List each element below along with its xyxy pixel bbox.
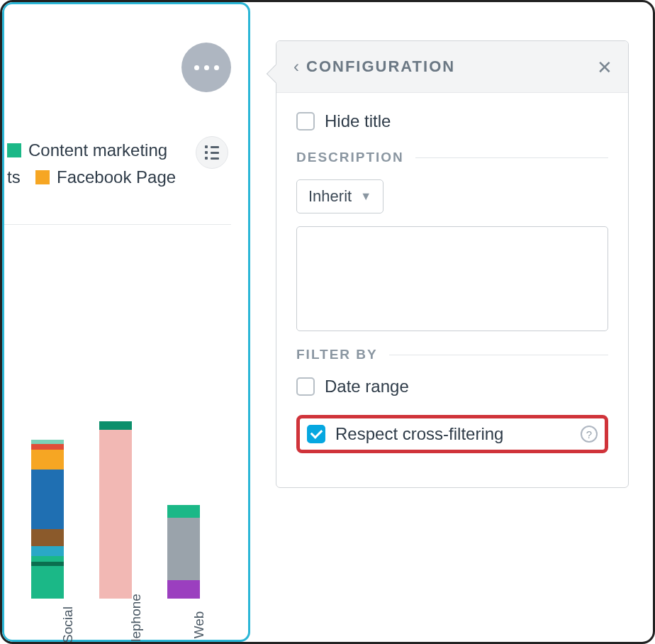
description-section: DESCRIPTION Inherit ▼: [296, 150, 608, 334]
app-frame: Content marketing ts Facebook Page Socia…: [0, 0, 655, 644]
list-icon: [205, 145, 219, 160]
dot-icon: [214, 65, 219, 70]
configuration-panel: ‹ CONFIGURATION ✕ Hide title DESCRIPTION…: [276, 40, 629, 488]
panel-header: ‹ CONFIGURATION ✕: [276, 41, 628, 93]
checkbox-icon[interactable]: [296, 377, 315, 396]
panel-body: Hide title DESCRIPTION Inherit ▼ FILTER …: [276, 93, 628, 487]
chart-legend: Content marketing ts Facebook Page: [7, 140, 176, 187]
bar-segment: [167, 505, 200, 518]
legend-toggle-button[interactable]: [196, 136, 228, 169]
chart-widget-card[interactable]: Content marketing ts Facebook Page Socia…: [2, 2, 250, 642]
close-icon[interactable]: ✕: [597, 57, 612, 79]
legend-item[interactable]: ts Facebook Page: [7, 167, 176, 187]
bar-segment: [31, 450, 64, 470]
divider: [389, 355, 608, 355]
legend-label: Facebook Page: [57, 167, 176, 187]
dot-icon: [194, 65, 199, 70]
checkbox-icon[interactable]: [296, 112, 315, 131]
description-mode-select[interactable]: Inherit ▼: [296, 179, 384, 213]
x-axis-label: Social: [60, 606, 76, 643]
bar-segment: [31, 444, 64, 450]
respect-cross-filtering-highlight: Respect cross-filtering ?: [296, 415, 608, 453]
section-title: FILTER BY: [296, 347, 378, 362]
divider: [415, 157, 608, 158]
legend-item[interactable]: Content marketing: [7, 140, 176, 160]
x-axis-labels: Social Telephone Web: [28, 526, 241, 633]
filter-by-section: FILTER BY Date range Respect cross-filte…: [296, 347, 608, 453]
description-textarea[interactable]: [296, 226, 608, 331]
bar-segment: [31, 470, 64, 529]
bar-segment: [99, 421, 132, 430]
legend-swatch-icon: [7, 143, 21, 157]
help-icon[interactable]: ?: [581, 426, 598, 443]
checkbox-label: Respect cross-filtering: [335, 424, 503, 444]
date-range-option[interactable]: Date range: [296, 377, 608, 396]
select-value: Inherit: [308, 187, 352, 206]
checkbox-label: Hide title: [325, 111, 391, 131]
section-title: DESCRIPTION: [296, 150, 404, 165]
chevron-down-icon: ▼: [360, 190, 371, 203]
back-chevron-icon[interactable]: ‹: [293, 57, 299, 77]
checkbox-label: Date range: [325, 377, 409, 396]
x-axis-label: Telephone: [128, 594, 144, 644]
legend-swatch-icon: [35, 170, 50, 184]
divider: [4, 224, 231, 225]
checkbox-icon[interactable]: [307, 425, 325, 443]
x-axis-label: Web: [191, 611, 207, 639]
legend-label: Content marketing: [28, 140, 167, 160]
legend-label-truncated: ts: [7, 167, 28, 187]
more-options-button[interactable]: [181, 43, 231, 92]
panel-title: CONFIGURATION: [306, 57, 455, 76]
hide-title-option[interactable]: Hide title: [296, 111, 608, 131]
dot-icon: [204, 65, 209, 70]
